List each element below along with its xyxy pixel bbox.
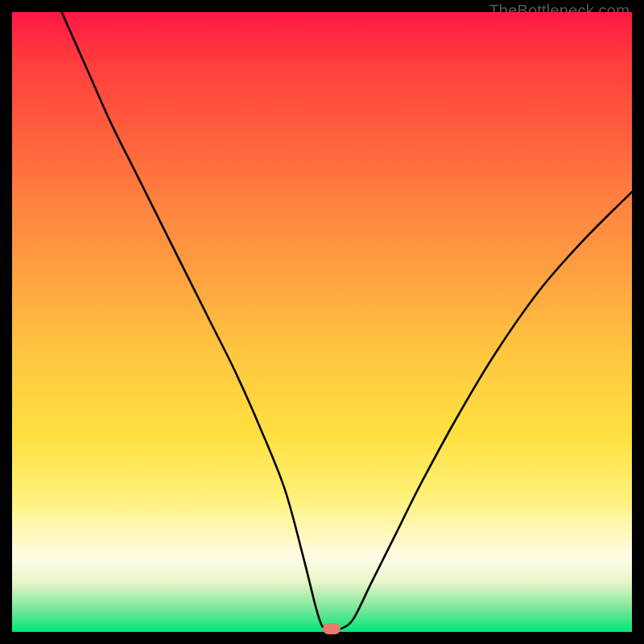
optimal-point-marker	[323, 623, 341, 634]
chart-container: TheBottleneck.com	[0, 0, 644, 644]
plot-area	[12, 12, 632, 632]
bottleneck-curve	[12, 12, 632, 632]
